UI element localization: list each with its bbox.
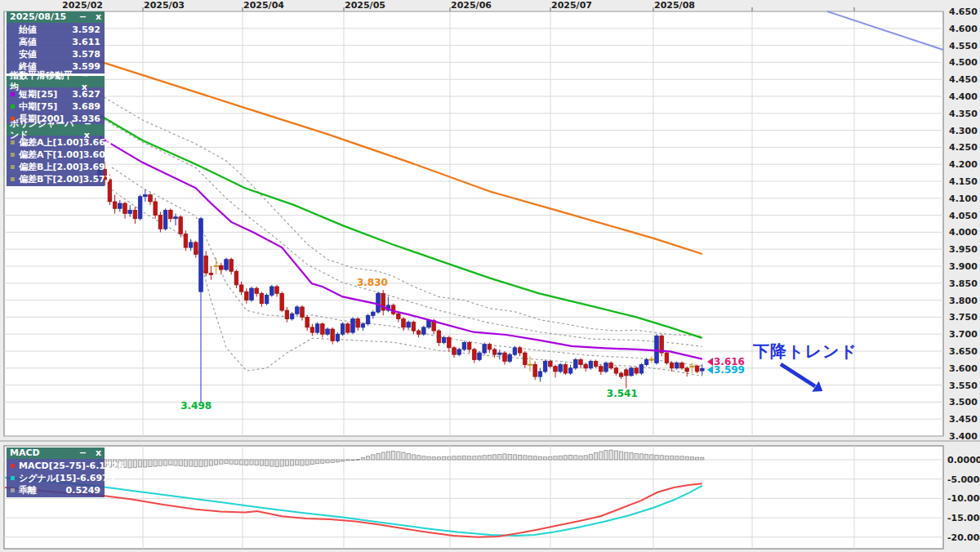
candle-body: [341, 324, 345, 334]
bollinger-legend-header[interactable]: ボリンジャーバンド − x: [7, 124, 105, 136]
macd-axis-label: -20.0000: [947, 532, 980, 543]
close-icon[interactable]: x: [96, 11, 101, 22]
macd-histogram-bar: [386, 452, 390, 460]
candlestick[interactable]: [163, 208, 167, 230]
macd-histogram-bar: [569, 455, 572, 460]
candle-body: [619, 373, 623, 376]
candlestick[interactable]: [655, 334, 659, 364]
candle-body: [280, 293, 284, 310]
candle-body: [158, 216, 163, 229]
candlestick[interactable]: [225, 258, 229, 272]
macd-histogram-bar: [280, 460, 283, 466]
candle-body: [452, 348, 457, 354]
candle-body: [437, 331, 441, 343]
candlestick[interactable]: [315, 323, 319, 335]
candle-body: [594, 361, 598, 366]
candle-body: [554, 367, 558, 372]
candle-body: [695, 366, 699, 372]
candlestick[interactable]: [478, 351, 482, 361]
candle-body: [305, 317, 310, 327]
candle-body: [630, 368, 634, 376]
candle-body: [336, 334, 340, 341]
candlestick[interactable]: [270, 285, 274, 297]
candlestick[interactable]: [341, 323, 345, 336]
minimize-icon[interactable]: −: [84, 118, 91, 129]
downtrend-annotation-text[interactable]: 下降トレンド: [753, 341, 858, 363]
ohlc-row-low: 安値 3.578: [7, 48, 105, 60]
candlestick[interactable]: [513, 346, 517, 356]
macd-legend-title: MACD: [10, 447, 40, 459]
macd-histogram-bar: [265, 460, 269, 466]
candlestick[interactable]: [296, 305, 300, 315]
macd-row-divergence: 乖離 0.5249: [7, 484, 105, 496]
macd-axis-label: -15.0000: [947, 513, 980, 523]
candlestick[interactable]: [559, 363, 563, 373]
macd-histogram-bar: [381, 452, 385, 460]
macd-histogram-bar: [285, 460, 288, 466]
candlestick[interactable]: [422, 326, 426, 336]
macd-histogram-bar: [559, 456, 562, 460]
candlestick[interactable]: [604, 361, 608, 373]
macd-histogram-bar: [270, 460, 274, 466]
macd-histogram-bar: [204, 460, 207, 466]
candle-body: [361, 324, 365, 327]
candle-body: [179, 217, 183, 234]
macd-histogram-bar: [574, 456, 577, 460]
macd-row-macd: MACD[25-75] -6.1726: [7, 460, 105, 472]
candle-body: [639, 365, 644, 373]
candlestick[interactable]: [483, 343, 487, 355]
bollinger-legend-panel[interactable]: ボリンジャーバンド − x 偏差A上[1.00] 3.664 偏差A下[1.00…: [7, 124, 105, 186]
candlestick[interactable]: [564, 363, 568, 376]
close-icon[interactable]: x: [96, 447, 101, 458]
macd-histogram-bar: [179, 460, 182, 466]
candlestick[interactable]: [336, 332, 340, 342]
candlestick[interactable]: [250, 287, 254, 302]
candlestick[interactable]: [665, 351, 669, 365]
candle-body: [462, 343, 466, 349]
candlestick[interactable]: [589, 359, 593, 369]
minimize-icon[interactable]: −: [79, 447, 87, 458]
macd-histogram-bar: [609, 450, 612, 460]
macd-histogram-bar: [665, 456, 668, 460]
chart-canvas[interactable]: 4.6504.6004.5504.5004.4504.4004.3504.300…: [0, 0, 980, 552]
candlestick[interactable]: [462, 341, 466, 351]
minimize-icon[interactable]: −: [82, 70, 89, 81]
candle-body: [138, 197, 142, 219]
ohlc-legend-header[interactable]: 2025/08/15 − x: [7, 11, 105, 23]
ohlc-legend-panel[interactable]: 2025/08/15 − x 始値 3.592 高値 3.611 安値 3.57…: [7, 11, 105, 73]
macd-histogram-bar: [392, 452, 395, 460]
y-axis-price-label: 3.850: [949, 278, 978, 289]
candlestick[interactable]: [543, 359, 547, 373]
candle-body: [584, 365, 588, 368]
y-axis-price-label: 3.450: [949, 414, 978, 425]
candlestick[interactable]: [351, 317, 355, 334]
candle-body: [568, 368, 572, 373]
candlestick[interactable]: [265, 293, 269, 305]
left-triangle-icon: [707, 366, 713, 374]
candlestick[interactable]: [630, 367, 634, 376]
macd-histogram-bar: [260, 460, 263, 465]
macd-histogram-bar: [544, 457, 547, 460]
macd-histogram-bar: [351, 460, 354, 461]
candlestick[interactable]: [138, 195, 142, 220]
candle-body: [356, 318, 360, 327]
candlestick[interactable]: [660, 334, 664, 356]
candlestick[interactable]: [179, 216, 183, 238]
candlestick[interactable]: [639, 363, 644, 376]
macd-histogram-bar: [316, 460, 319, 464]
ema-legend-header[interactable]: 指数平滑移動平均 − x: [7, 76, 105, 87]
candlestick[interactable]: [346, 323, 350, 335]
x-axis-date-label: 2025/06: [451, 0, 492, 11]
candle-body: [675, 363, 679, 368]
candlestick[interactable]: [574, 358, 578, 370]
candlestick[interactable]: [376, 292, 381, 314]
candlestick[interactable]: [366, 314, 370, 326]
macd-legend-panel[interactable]: MACD − x MACD[25-75] -6.1726 シグナル[15] -6…: [7, 447, 105, 497]
candlestick[interactable]: [280, 292, 284, 312]
macd-histogram-bar: [184, 460, 187, 466]
y-axis-price-label: 4.350: [949, 109, 978, 119]
macd-legend-header[interactable]: MACD − x: [7, 447, 105, 459]
minimize-icon[interactable]: −: [79, 11, 87, 22]
candlestick[interactable]: [508, 353, 512, 363]
macd-histogram-bar: [164, 460, 167, 465]
